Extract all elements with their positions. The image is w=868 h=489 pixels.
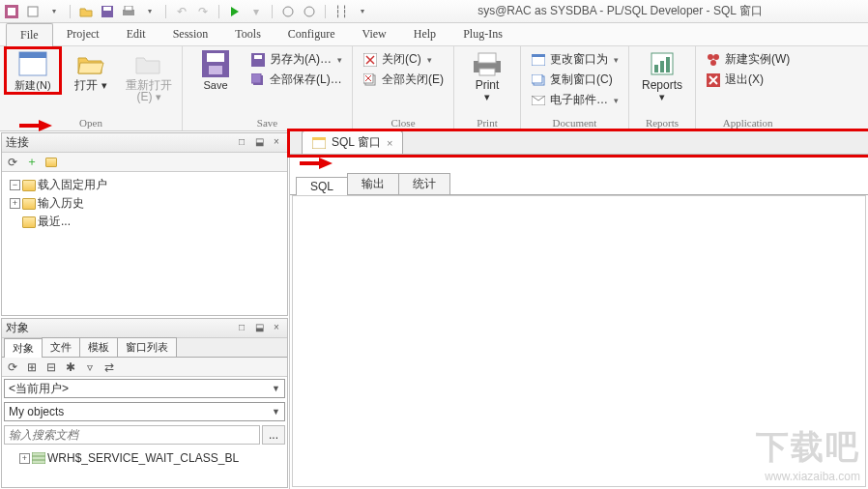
connections-tree[interactable]: −载入固定用户 +输入历史 最近... <box>2 172 287 315</box>
print-button[interactable]: Print▾ <box>460 48 514 104</box>
qat-dropdown-icon[interactable]: ▾ <box>355 4 370 19</box>
menu-view[interactable]: View <box>349 23 400 45</box>
expand-icon[interactable]: + <box>19 453 30 464</box>
schema-select[interactable]: My objects▼ <box>4 402 285 421</box>
qat-open-icon[interactable] <box>78 4 94 19</box>
qat-new-icon[interactable] <box>25 4 41 19</box>
add-icon[interactable]: ＋ <box>25 156 39 169</box>
svg-rect-31 <box>660 61 664 72</box>
redo-icon[interactable]: ↷ <box>195 4 211 19</box>
new-instance-button[interactable]: 新建实例(W) <box>702 50 794 69</box>
panel-close-icon[interactable]: × <box>270 322 283 335</box>
menu-edit[interactable]: Edit <box>113 23 159 45</box>
svg-point-35 <box>710 60 716 66</box>
expand-icon[interactable]: − <box>10 180 20 190</box>
menu-configure[interactable]: Configure <box>275 23 349 45</box>
stop-icon[interactable]: ▾ <box>248 4 264 19</box>
window-change-icon <box>531 52 546 68</box>
change-window-button[interactable]: 更改窗口为▾ <box>527 50 622 69</box>
folder-reopen-icon <box>133 50 164 77</box>
separator <box>165 5 166 18</box>
connections-title: 连接 <box>6 134 231 151</box>
expand-icon[interactable]: + <box>10 198 20 209</box>
subtab-output[interactable]: 输出 <box>347 173 399 194</box>
undo-icon[interactable]: ↶ <box>174 4 189 19</box>
new-icon[interactable]: ✱ <box>64 360 77 374</box>
tab-objects[interactable]: 对象 <box>4 338 43 358</box>
svg-rect-23 <box>479 69 495 75</box>
qat-dropdown-icon[interactable]: ▾ <box>46 4 62 19</box>
tree-item: −载入固定用户 <box>4 176 285 194</box>
main-area: SQL 窗口 × SQL 输出 统计 <box>290 131 868 489</box>
annotation-arrow <box>39 120 52 131</box>
settings-icon[interactable]: ┆┆ <box>333 4 349 19</box>
svg-rect-37 <box>32 452 45 464</box>
expand-icon[interactable]: ⊞ <box>25 360 39 374</box>
commit-icon[interactable] <box>280 4 296 19</box>
svg-rect-10 <box>19 52 46 58</box>
panel-pin-icon[interactable]: ⬓ <box>252 322 266 335</box>
left-column: 连接 □ ⬓ × ⟳ ＋ −载入固定用户 +输入历史 最近... 对象 □ ⬓ <box>0 131 290 489</box>
menu-project[interactable]: Project <box>53 23 113 45</box>
tab-templates[interactable]: 模板 <box>79 337 118 357</box>
separator <box>70 5 71 18</box>
rollback-icon[interactable] <box>302 4 317 19</box>
group-label-document: Document <box>527 116 622 130</box>
sql-editor[interactable] <box>292 195 866 487</box>
copy-window-button[interactable]: 复制窗口(C) <box>527 71 622 89</box>
close-all-button[interactable]: 全部关闭(E) <box>359 71 448 89</box>
close-button[interactable]: 关闭(C)▾ <box>359 50 448 69</box>
tree-item: +输入历史 <box>4 194 285 213</box>
tab-files[interactable]: 文件 <box>42 337 80 357</box>
menu-file[interactable]: File <box>6 23 53 46</box>
folder-icon[interactable] <box>44 156 58 169</box>
panel-close-icon[interactable]: × <box>270 136 283 150</box>
run-icon[interactable] <box>227 4 243 19</box>
menu-tools[interactable]: Tools <box>221 23 275 45</box>
new-button[interactable]: 新建(N) <box>6 48 60 93</box>
user-select[interactable]: <当前用户>▼ <box>4 379 285 398</box>
nav-icon[interactable]: ⇄ <box>102 360 116 374</box>
svg-rect-13 <box>209 66 222 74</box>
annotation-arrow <box>319 158 333 169</box>
menu-plugins[interactable]: Plug-Ins <box>449 23 516 45</box>
svg-rect-15 <box>254 55 262 59</box>
email-button[interactable]: 电子邮件…▾ <box>527 91 622 109</box>
objects-tree[interactable]: +WRH$_SERVICE_WAIT_CLASS_BL <box>2 446 287 487</box>
refresh-icon[interactable]: ⟳ <box>6 360 19 374</box>
filter-icon[interactable]: ▿ <box>83 360 97 374</box>
reopen-button[interactable]: 重新打开(E) ▾ <box>122 48 176 104</box>
separator <box>325 5 326 18</box>
subtab-sql[interactable]: SQL <box>296 177 348 195</box>
exit-button[interactable]: 退出(X) <box>702 71 794 89</box>
menu-session[interactable]: Session <box>159 23 222 45</box>
objects-title: 对象 <box>6 320 231 336</box>
document-tab[interactable]: SQL 窗口 × <box>302 130 403 154</box>
close-icon <box>362 52 378 68</box>
menu-help[interactable]: Help <box>400 23 449 45</box>
group-label-reports: Reports <box>635 116 689 130</box>
save-button[interactable]: Save <box>188 48 243 93</box>
close-all-icon <box>362 72 378 88</box>
collapse-icon[interactable]: ⊟ <box>44 360 58 374</box>
search-more-button[interactable]: ... <box>262 425 285 445</box>
svg-rect-6 <box>125 6 132 11</box>
panel-pin-icon[interactable]: ⬓ <box>252 136 266 150</box>
reports-button[interactable]: Reports▾ <box>635 48 689 104</box>
refresh-icon[interactable]: ⟳ <box>6 156 19 169</box>
subtab-stats[interactable]: 统计 <box>398 173 450 194</box>
sql-sub-tabs: SQL 输出 统计 <box>290 174 868 195</box>
qat-dropdown-icon[interactable]: ▾ <box>142 4 158 19</box>
separator <box>272 5 273 18</box>
save-all-button[interactable]: 全部保存(L)… <box>246 71 346 89</box>
svg-rect-25 <box>532 54 545 57</box>
search-input[interactable] <box>4 425 260 445</box>
tab-window-list[interactable]: 窗口列表 <box>117 337 177 357</box>
open-button[interactable]: 打开 ▾ <box>64 48 118 93</box>
panel-restore-icon[interactable]: □ <box>235 136 248 150</box>
qat-print-icon[interactable] <box>121 4 136 19</box>
qat-save-icon[interactable] <box>100 4 115 19</box>
save-as-button[interactable]: 另存为(A)…▾ <box>246 50 346 69</box>
panel-restore-icon[interactable]: □ <box>235 322 248 335</box>
tab-close-icon[interactable]: × <box>387 137 392 149</box>
